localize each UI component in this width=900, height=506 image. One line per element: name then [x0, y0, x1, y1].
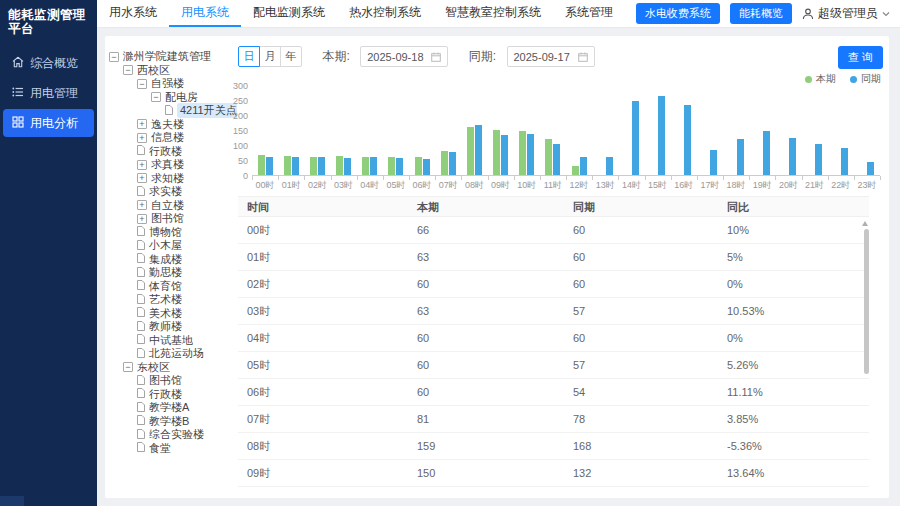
table-cell: 0%	[718, 271, 869, 297]
search-button[interactable]: 查 询	[838, 46, 883, 69]
period-button-1[interactable]: 月	[259, 46, 281, 67]
tree-expand-toggle[interactable]: +	[137, 119, 147, 129]
usage-table: 时间本期同期同比 00时666010%01时63605%02时60600%03时…	[238, 196, 869, 494]
bar-同期-06时	[423, 159, 430, 175]
topbar-right: 水电收费系统能耗概览 超级管理员	[636, 3, 900, 24]
bar-本期-05时	[388, 157, 395, 175]
tree-collapse-toggle[interactable]: −	[137, 79, 147, 89]
y-axis-tick-label: 250	[214, 96, 248, 106]
document-icon	[137, 240, 145, 252]
table-cell: 11.11%	[718, 379, 869, 405]
document-icon	[137, 294, 145, 306]
table-cell: 60	[564, 244, 718, 270]
compare-date-input[interactable]: 2025-09-17	[507, 46, 595, 67]
sidebar-item-1[interactable]: 用电管理	[0, 78, 97, 108]
sidebar-item-0[interactable]: 综合概览	[0, 48, 97, 78]
user-name: 超级管理员	[818, 5, 878, 22]
action-button-1[interactable]: 能耗概览	[730, 3, 792, 24]
sidebar-item-label: 用电管理	[30, 85, 78, 102]
tab-4[interactable]: 智慧教室控制系统	[433, 0, 553, 27]
tree-node-label[interactable]: 食堂	[149, 441, 171, 456]
table-row: 01时63605%	[238, 244, 869, 271]
x-axis-tick-label: 23时	[854, 179, 880, 192]
document-icon	[137, 402, 145, 414]
y-axis-tick-label: 150	[214, 126, 248, 136]
compare-date-value: 2025-09-17	[514, 51, 570, 63]
x-axis-tick-label: 10时	[514, 179, 540, 192]
table-column-header: 时间	[238, 197, 408, 216]
sidebar-item-label: 用电分析	[30, 115, 78, 132]
tab-0[interactable]: 用水系统	[97, 0, 169, 27]
x-axis-tick	[880, 176, 881, 180]
tree-row: 勤思楼	[109, 266, 237, 280]
tree-collapse-toggle[interactable]: −	[123, 362, 133, 372]
main-card: −滁州学院建筑管理−西校区−自强楼−配电房4211开关点位+逸夫楼+信息楼行政楼…	[105, 36, 889, 498]
table-cell: 5.26%	[718, 352, 869, 378]
document-icon	[137, 267, 145, 279]
tree-row: 北苑运动场	[109, 347, 237, 361]
current-date-input[interactable]: 2025-09-18	[360, 46, 448, 67]
bar-同期-09时	[501, 135, 508, 175]
tree-expand-toggle[interactable]: +	[137, 160, 147, 170]
document-icon	[137, 429, 145, 441]
table-cell: 132	[564, 460, 718, 486]
table-cell: 57	[564, 298, 718, 324]
table-cell: 3.85%	[718, 406, 869, 432]
bar-同期-02时	[318, 157, 325, 175]
table-cell: 60	[408, 352, 564, 378]
period-button-0[interactable]: 日	[238, 46, 260, 67]
x-axis-tick-label: 13时	[592, 179, 618, 192]
bar-同期-12时	[580, 157, 587, 175]
table-cell: 60	[408, 379, 564, 405]
y-axis-tick-label: 200	[214, 111, 248, 121]
document-icon	[137, 442, 145, 454]
tab-3[interactable]: 热水控制系统	[337, 0, 433, 27]
sidebar-collapse-handle[interactable]	[0, 496, 24, 506]
bar-同期-17时	[710, 150, 717, 175]
tab-2[interactable]: 配电监测系统	[241, 0, 337, 27]
x-axis-tick-label: 16时	[671, 179, 697, 192]
system-tabs: 用水系统用电系统配电监测系统热水控制系统智慧教室控制系统系统管理	[97, 0, 625, 27]
tab-5[interactable]: 系统管理	[553, 0, 625, 27]
tree-expand-toggle[interactable]: +	[137, 214, 147, 224]
person-icon	[802, 8, 814, 20]
action-button-0[interactable]: 水电收费系统	[636, 3, 720, 24]
table-cell: 10%	[718, 217, 869, 243]
tree-expand-toggle[interactable]: +	[137, 133, 147, 143]
tree-expand-toggle[interactable]: +	[137, 173, 147, 183]
user-menu[interactable]: 超级管理员	[802, 5, 890, 22]
table-cell: 57	[564, 352, 718, 378]
tree-row: 教学楼A	[109, 401, 237, 415]
tree-collapse-toggle[interactable]: −	[151, 92, 161, 102]
list-icon	[12, 86, 24, 101]
x-axis-tick-label: 11时	[540, 179, 566, 192]
tab-1[interactable]: 用电系统	[169, 0, 241, 27]
legend-item-0[interactable]: 本期	[805, 72, 836, 86]
chart-plot: 00时01时02时03时04时05时06时07时08时09时10时11时12时1…	[252, 86, 880, 176]
x-axis-tick-label: 12时	[566, 179, 592, 192]
table-column-header: 同比	[718, 197, 869, 216]
tree-row: 中试基地	[109, 334, 237, 348]
table-cell: 78	[564, 406, 718, 432]
period-button-2[interactable]: 年	[280, 46, 302, 67]
table-scrollbar[interactable]	[864, 229, 869, 374]
tree-row: −东校区	[109, 361, 237, 375]
bar-同期-13时	[606, 157, 613, 175]
legend-label: 本期	[816, 72, 836, 86]
table-cell: 63	[408, 298, 564, 324]
tree-row: 食堂	[109, 442, 237, 456]
bar-同期-19时	[763, 131, 770, 175]
tree-expand-toggle[interactable]: +	[137, 200, 147, 210]
table-cell: 0%	[718, 325, 869, 351]
x-axis-tick-label: 21时	[802, 179, 828, 192]
legend-item-1[interactable]: 同期	[850, 72, 881, 86]
x-axis-tick-label: 00时	[252, 179, 278, 192]
x-axis-tick-label: 04时	[357, 179, 383, 192]
scroll-up-arrow[interactable]	[862, 221, 868, 226]
tree-collapse-toggle[interactable]: −	[109, 52, 119, 62]
bar-同期-16时	[684, 105, 691, 175]
sidebar-item-2[interactable]: 用电分析	[3, 109, 94, 137]
legend-dot	[850, 76, 857, 83]
tree-collapse-toggle[interactable]: −	[123, 65, 133, 75]
query-controls: 日月年 本期: 2025-09-18 同期: 2025-09-17 查 询	[238, 46, 885, 70]
